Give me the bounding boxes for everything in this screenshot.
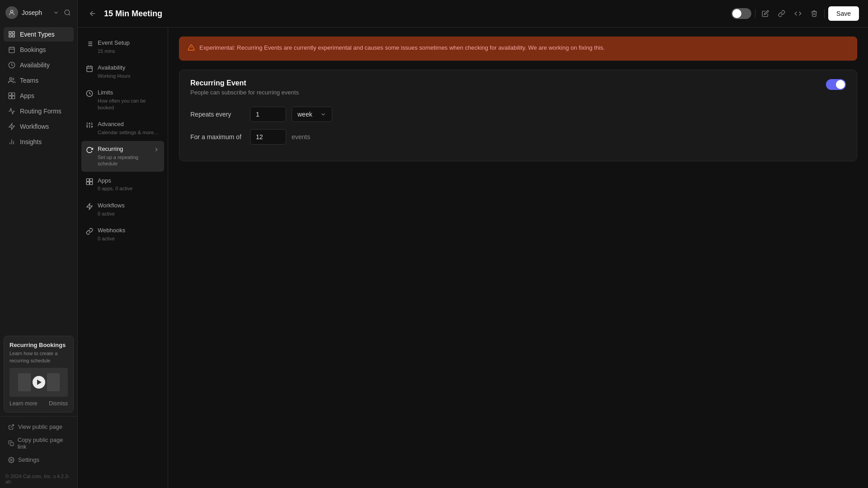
sidebar-item-workflows[interactable]: Workflows bbox=[4, 119, 74, 134]
sidebar-label-bookings: Bookings bbox=[20, 46, 46, 53]
topbar-divider-2 bbox=[824, 9, 825, 18]
event-nav-availability[interactable]: Availability Working Hours bbox=[81, 60, 164, 84]
event-nav-advanced[interactable]: Advanced Calendar settings & more... bbox=[81, 116, 164, 140]
event-active-toggle[interactable] bbox=[731, 8, 751, 19]
sidebar-footer: © 2024 Cal.com, Inc. v.4.2.3-ah bbox=[0, 470, 77, 488]
svg-point-0 bbox=[10, 10, 13, 13]
advanced-nav-sublabel: Calendar settings & more... bbox=[98, 129, 160, 136]
event-card-header: Recurring Event People can subscribe for… bbox=[190, 79, 846, 96]
save-button[interactable]: Save bbox=[828, 6, 859, 21]
event-nav-recurring[interactable]: Recurring Set up a repeating schedule bbox=[81, 141, 164, 171]
event-card-title: Recurring Event bbox=[190, 79, 299, 87]
svg-rect-25 bbox=[87, 66, 92, 72]
webhooks-nav-sublabel: 0 active bbox=[98, 235, 160, 242]
svg-rect-41 bbox=[86, 182, 89, 184]
edit-icon bbox=[762, 10, 769, 17]
sidebar-label-availability: Availability bbox=[20, 61, 50, 69]
apps-nav-label: Apps bbox=[98, 177, 160, 185]
svg-point-12 bbox=[9, 78, 12, 80]
search-icon bbox=[64, 9, 71, 16]
sidebar-item-apps[interactable]: Apps bbox=[4, 89, 74, 103]
event-nav-limits[interactable]: Limits How often you can be booked bbox=[81, 84, 164, 115]
availability-nav-label: Availability bbox=[98, 64, 160, 72]
sidebar-copy-public-link[interactable]: Copy public page link bbox=[4, 433, 74, 453]
svg-marker-43 bbox=[87, 203, 92, 209]
back-arrow-icon bbox=[89, 9, 97, 18]
event-setup-sublabel: 15 mins bbox=[98, 48, 160, 54]
users-icon bbox=[8, 77, 15, 84]
svg-line-21 bbox=[11, 424, 14, 427]
svg-rect-15 bbox=[9, 96, 11, 99]
sidebar-view-public-page[interactable]: View public page bbox=[4, 420, 74, 433]
search-button[interactable] bbox=[63, 8, 72, 17]
promo-actions: Learn more Dismiss bbox=[9, 400, 68, 407]
event-nav-workflows[interactable]: Workflows 0 active bbox=[81, 197, 164, 221]
sidebar-label-teams: Teams bbox=[20, 77, 38, 84]
svg-rect-5 bbox=[9, 35, 11, 37]
copy-icon bbox=[8, 440, 14, 446]
limits-nav-icon bbox=[86, 90, 93, 99]
external-link-icon bbox=[8, 424, 14, 430]
repeats-every-label: Repeats every bbox=[190, 111, 245, 118]
limits-nav-sublabel: How often you can be booked bbox=[98, 98, 160, 111]
event-setup-icon bbox=[86, 40, 93, 49]
topbar-divider bbox=[755, 9, 755, 18]
page-title: 15 Min Meeting bbox=[104, 9, 726, 19]
repeats-every-input[interactable] bbox=[250, 107, 286, 122]
svg-rect-3 bbox=[9, 32, 11, 34]
sidebar-item-insights[interactable]: Insights bbox=[4, 135, 74, 149]
event-setup-label: Event Setup bbox=[98, 39, 160, 47]
recurring-event-card: Recurring Event People can subscribe for… bbox=[179, 70, 857, 161]
zap-icon bbox=[8, 123, 15, 130]
trash-icon bbox=[811, 10, 818, 17]
chevron-right-icon bbox=[153, 146, 160, 155]
warning-text: Experimental: Recurring Events are curre… bbox=[199, 43, 605, 52]
calendar-icon bbox=[8, 46, 15, 53]
webhooks-nav-label: Webhooks bbox=[98, 227, 160, 235]
event-nav-event-setup[interactable]: Event Setup 15 mins bbox=[81, 35, 164, 59]
sidebar-item-bookings[interactable]: Bookings bbox=[4, 42, 74, 57]
topbar-actions: Save bbox=[731, 6, 859, 21]
sidebar-item-teams[interactable]: Teams bbox=[4, 73, 74, 88]
play-button[interactable] bbox=[33, 376, 45, 389]
settings-icon bbox=[8, 457, 14, 463]
svg-rect-14 bbox=[12, 93, 15, 95]
grid-icon bbox=[8, 31, 15, 38]
warning-icon bbox=[188, 44, 195, 54]
event-nav-apps[interactable]: Apps 0 apps, 0 active bbox=[81, 173, 164, 197]
interval-unit-value: week bbox=[297, 111, 317, 118]
svg-point-23 bbox=[10, 459, 12, 461]
sidebar-label-apps: Apps bbox=[20, 92, 34, 99]
dismiss-link[interactable]: Dismiss bbox=[49, 400, 68, 407]
edit-icon-button[interactable] bbox=[759, 7, 772, 20]
sidebar-item-event-types[interactable]: Event Types bbox=[4, 27, 74, 42]
svg-marker-17 bbox=[9, 123, 14, 129]
svg-rect-13 bbox=[9, 93, 11, 95]
for-maximum-label: For a maximum of bbox=[190, 133, 245, 141]
code-icon-button[interactable] bbox=[792, 7, 804, 20]
workflows-nav-sublabel: 0 active bbox=[98, 211, 160, 217]
event-nav-webhooks[interactable]: Webhooks 0 active bbox=[81, 222, 164, 246]
sidebar-settings[interactable]: Settings bbox=[4, 453, 74, 466]
promo-thumbnail bbox=[9, 368, 68, 397]
interval-unit-select[interactable]: week bbox=[292, 107, 332, 122]
recurring-nav-icon bbox=[86, 146, 93, 155]
sidebar-label-insights: Insights bbox=[20, 138, 42, 145]
sidebar-nav: Event Types Bookings Availability bbox=[0, 25, 77, 332]
link-icon-button[interactable] bbox=[775, 7, 788, 20]
back-button[interactable] bbox=[87, 8, 99, 19]
delete-icon-button[interactable] bbox=[808, 7, 821, 20]
sidebar-user[interactable]: Joseph bbox=[0, 0, 77, 25]
advanced-nav-icon bbox=[86, 122, 93, 131]
svg-point-1 bbox=[65, 10, 70, 15]
avatar bbox=[5, 6, 18, 19]
sidebar-item-routing-forms[interactable]: Routing Forms bbox=[4, 104, 74, 118]
recurring-event-toggle[interactable] bbox=[826, 79, 846, 90]
maximum-events-input[interactable] bbox=[250, 129, 286, 145]
recurring-nav-label: Recurring bbox=[98, 145, 149, 153]
sidebar-item-availability[interactable]: Availability bbox=[4, 58, 74, 72]
code-icon bbox=[794, 10, 802, 17]
learn-more-link[interactable]: Learn more bbox=[9, 400, 37, 407]
apps-icon bbox=[8, 92, 15, 99]
clock-icon bbox=[8, 61, 15, 69]
